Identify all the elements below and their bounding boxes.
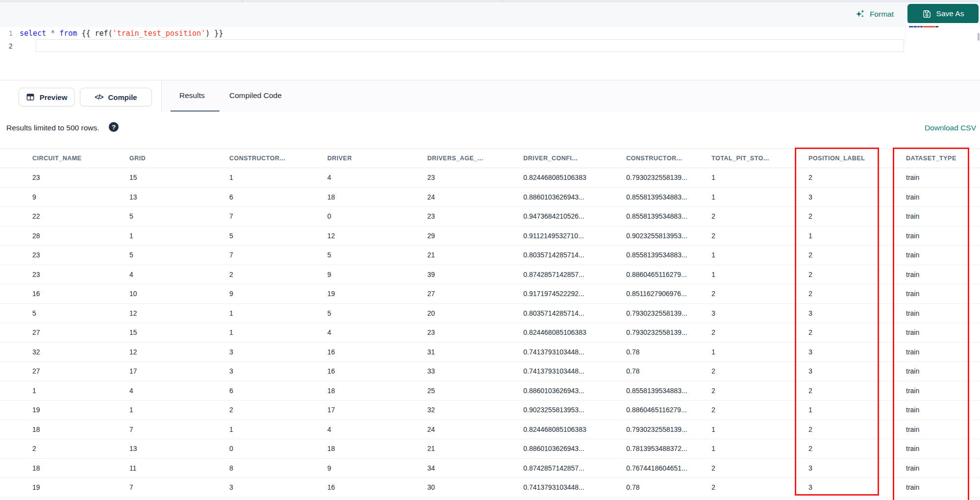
table-cell: 18 bbox=[0, 458, 121, 478]
tabs-background bbox=[162, 80, 980, 112]
table-cell: 19 bbox=[318, 284, 418, 304]
table-header-row: CIRCUIT_NAMEGRIDCONSTRUCTOR...DRIVERDRIV… bbox=[0, 149, 980, 168]
table-cell: 2 bbox=[703, 478, 800, 498]
table-cell: 9 bbox=[318, 265, 418, 284]
table-row: 191217320.9023255813953...0.886046511627… bbox=[0, 400, 980, 420]
table-cell: 0.7674418604651... bbox=[617, 458, 703, 478]
table-cell: 24 bbox=[418, 187, 514, 207]
table-cell: 3 bbox=[220, 362, 318, 381]
code-line[interactable]: 1select * from {{ ref('train_test_positi… bbox=[0, 27, 931, 40]
table-cell: 28 bbox=[0, 226, 121, 246]
table-row: 23575210.8035714285714...0.8558139534883… bbox=[0, 246, 980, 265]
tab-compiled-code[interactable]: Compiled Code bbox=[229, 91, 282, 100]
table-cell: 33 bbox=[418, 362, 514, 381]
column-header: GRID bbox=[121, 149, 220, 168]
compile-button[interactable]: </> Compile bbox=[80, 88, 152, 106]
table-cell: 27 bbox=[418, 284, 514, 304]
preview-button[interactable]: Preview bbox=[19, 88, 74, 106]
table-cell: 1 bbox=[220, 303, 318, 323]
table-cell: 2 bbox=[800, 323, 897, 343]
table-cell: 2 bbox=[703, 207, 800, 226]
table-cell: 2 bbox=[800, 284, 897, 304]
table-cell: 12 bbox=[318, 226, 418, 246]
table-cell: 0.78 bbox=[617, 478, 703, 498]
table-cell: 0.9473684210526... bbox=[514, 207, 617, 226]
table-cell: 2 bbox=[800, 265, 897, 284]
line-number: 1 bbox=[0, 29, 20, 37]
table-cell: 0.824468085106383 bbox=[514, 420, 617, 439]
table-cell: 0.8558139534883... bbox=[617, 381, 703, 400]
tab-results[interactable]: Results bbox=[179, 91, 205, 100]
table-cell: 11 bbox=[121, 458, 220, 478]
table-cell: 13 bbox=[121, 439, 220, 459]
table-cell: 0.8035714285714... bbox=[514, 246, 617, 265]
table-cell: train bbox=[897, 342, 980, 362]
table-cell: 34 bbox=[418, 458, 514, 478]
table-cell: 7 bbox=[121, 478, 220, 498]
preview-label: Preview bbox=[40, 93, 68, 101]
table-row: 181189340.8742857142857...0.767441860465… bbox=[0, 458, 980, 478]
table-cell: 2 bbox=[800, 168, 897, 188]
editor-toolbar: Format Save As bbox=[0, 2, 980, 27]
table-cell: 1 bbox=[800, 400, 897, 420]
column-header: DRIVER bbox=[318, 149, 418, 168]
editor-scrollbar[interactable] bbox=[978, 33, 980, 41]
sql-code-editor[interactable]: 1select * from {{ ref('train_test_positi… bbox=[0, 27, 980, 80]
table-cell: 0.7413793103448... bbox=[514, 342, 617, 362]
table-cell: 25 bbox=[418, 381, 514, 400]
table-cell: 5 bbox=[318, 246, 418, 265]
table-cell: 1 bbox=[703, 439, 800, 459]
table-cell: 2 bbox=[703, 400, 800, 420]
table-cell: 2 bbox=[703, 226, 800, 246]
table-cell: 19 bbox=[0, 478, 121, 498]
help-icon[interactable]: ? bbox=[109, 122, 119, 132]
table-cell: 16 bbox=[0, 284, 121, 304]
editor-minimap[interactable] bbox=[906, 23, 979, 45]
code-line[interactable]: 2 bbox=[0, 40, 931, 52]
table-cell: 0.8511627906976... bbox=[617, 284, 703, 304]
save-as-button[interactable]: Save As bbox=[907, 4, 979, 24]
download-csv-link[interactable]: Download CSV bbox=[925, 124, 976, 132]
table-cell: 2 bbox=[220, 400, 318, 420]
table-cell: 3 bbox=[800, 362, 897, 381]
table-cell: 3 bbox=[220, 478, 318, 498]
table-cell: 3 bbox=[800, 478, 897, 498]
save-as-label: Save As bbox=[936, 9, 964, 18]
table-cell: 3 bbox=[800, 187, 897, 207]
table-cell: 0.8742857142857... bbox=[514, 458, 617, 478]
table-cell: 1 bbox=[703, 168, 800, 188]
table-cell: 22 bbox=[0, 207, 121, 226]
column-header: CONSTRUCTOR... bbox=[220, 149, 318, 168]
table-cell: 1 bbox=[703, 265, 800, 284]
table-cell: 2 bbox=[703, 381, 800, 400]
table-row: 1610919270.9171974522292...0.85116279069… bbox=[0, 284, 980, 304]
table-row: 913618240.8860103626943...0.855813953488… bbox=[0, 187, 980, 207]
table-cell: 0 bbox=[318, 207, 418, 226]
table-cell: 7 bbox=[220, 207, 318, 226]
table-row: 271514230.8244680851063830.7930232558139… bbox=[0, 323, 980, 343]
table-cell: 0.8860465116279... bbox=[617, 265, 703, 284]
table-cell: 1 bbox=[0, 381, 121, 400]
table-cell: train bbox=[897, 168, 980, 188]
table-cell: train bbox=[897, 265, 980, 284]
code-icon: </> bbox=[95, 93, 103, 101]
format-button[interactable]: Format bbox=[855, 9, 894, 19]
table-cell: 5 bbox=[0, 303, 121, 323]
table-cell: train bbox=[897, 207, 980, 226]
table-cell: 15 bbox=[121, 323, 220, 343]
table-cell: 3 bbox=[800, 303, 897, 323]
table-cell: 0.7813953488372... bbox=[617, 439, 703, 459]
table-cell: 32 bbox=[418, 400, 514, 420]
format-label: Format bbox=[870, 10, 894, 19]
table-cell: 5 bbox=[121, 207, 220, 226]
table-cell: 18 bbox=[0, 420, 121, 439]
table-cell: 4 bbox=[121, 381, 220, 400]
row-limit-text: Results limited to 500 rows. bbox=[6, 124, 99, 132]
table-cell: 21 bbox=[418, 439, 514, 459]
table-cell: 0.7930232558139... bbox=[617, 323, 703, 343]
table-cell: 4 bbox=[121, 265, 220, 284]
table-cell: 30 bbox=[418, 478, 514, 498]
table-cell: 5 bbox=[121, 246, 220, 265]
line-number: 2 bbox=[0, 42, 20, 50]
table-cell: 18 bbox=[318, 187, 418, 207]
